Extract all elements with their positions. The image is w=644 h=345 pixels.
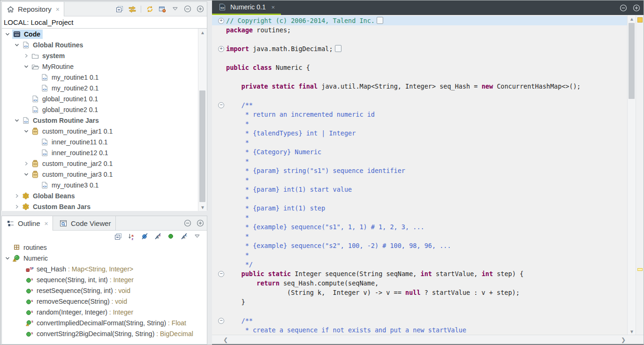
outline-item[interactable]: sconvertString2BigDecimal(String, String… — [2, 328, 207, 339]
fold-collapse-icon[interactable]: − — [218, 271, 224, 277]
code-line[interactable]: public class Numeric { — [212, 63, 628, 72]
hide-fields-icon[interactable] — [140, 232, 149, 240]
scroll-right-icon[interactable]: ❯ — [621, 335, 626, 344]
annotation-square-icon[interactable] — [637, 17, 643, 22]
fold-expand-icon[interactable]: + — [218, 18, 224, 24]
chevron-collapsed-icon[interactable] — [22, 53, 31, 58]
repo-tree-item[interactable]: custom_routine_jar2 0.1 — [2, 158, 207, 169]
code-line[interactable]: * — [212, 138, 628, 147]
hide-local-types-icon[interactable]: L — [180, 232, 188, 240]
minimize-icon[interactable] — [619, 4, 628, 12]
outline-item[interactable]: sresetSequence(String, int) : void — [2, 285, 207, 296]
editor-vscrollbar[interactable]: ▲ ▼ — [627, 15, 636, 335]
code-line[interactable]: +// Copyright (c) 2006-2014, Talend Inc. — [212, 16, 628, 25]
fold-collapse-icon[interactable]: − — [218, 102, 224, 108]
code-line[interactable] — [212, 91, 628, 100]
fold-expand-icon[interactable]: + — [218, 46, 224, 52]
repo-tree-item[interactable]: <>inner_routine11 0.1 — [2, 136, 207, 147]
code-area[interactable]: +// Copyright (c) 2006-2014, Talend Inc.… — [212, 15, 628, 335]
hide-static-members-icon[interactable]: s — [153, 232, 162, 240]
hide-non-public-icon[interactable] — [167, 232, 175, 240]
chevron-expanded-icon[interactable] — [22, 129, 31, 134]
chevron-expanded-icon[interactable] — [3, 256, 12, 261]
code-line[interactable]: (String k, Integer v) -> v == null ? sta… — [212, 288, 628, 297]
code-line[interactable]: +import java.math.BigDecimal; — [212, 44, 628, 53]
collapsed-code-icon[interactable] — [377, 17, 383, 24]
code-line[interactable]: * — [212, 213, 628, 222]
outline-item[interactable]: Numeric — [2, 253, 207, 263]
code-line[interactable]: * — [212, 119, 628, 128]
chevron-collapsed-icon[interactable] — [12, 204, 22, 209]
code-line[interactable]: * — [212, 250, 628, 260]
code-line[interactable]: − /** — [212, 100, 628, 110]
code-line[interactable] — [212, 307, 628, 316]
close-icon[interactable]: × — [45, 220, 48, 227]
view-menu-icon[interactable] — [171, 5, 179, 13]
code-line[interactable]: return seq_Hash.compute(seqName, — [212, 278, 628, 288]
minimize-icon[interactable] — [183, 5, 192, 13]
fold-collapse-icon[interactable]: − — [218, 318, 224, 324]
outline-item[interactable]: srandom(Integer, Integer) : Integer — [2, 307, 207, 317]
outline-item[interactable]: sconvertImpliedDecimalFormat(String, Str… — [2, 317, 207, 328]
chevron-expanded-icon[interactable] — [22, 64, 31, 69]
minimize-icon[interactable] — [183, 219, 192, 227]
collapse-all-icon[interactable] — [115, 5, 124, 13]
repo-tree-item[interactable]: Global Beans — [2, 190, 207, 201]
chevron-expanded-icon[interactable] — [3, 32, 12, 37]
outline-item[interactable]: sremoveSequence(String) : void — [2, 296, 207, 307]
repo-tree-item[interactable]: <>global_routine1 0.1 — [2, 93, 207, 104]
repo-tree-item[interactable]: <>inner_routine12 0.1 — [2, 147, 207, 158]
repo-tree-item[interactable]: custom_routine_jar3 0.1 — [2, 169, 207, 180]
outline-item[interactable]: routines — [2, 242, 207, 253]
repo-tree-item[interactable]: system — [2, 50, 207, 61]
collapse-all-icon[interactable] — [114, 232, 122, 240]
code-line[interactable] — [212, 53, 628, 63]
maximize-icon[interactable] — [196, 5, 205, 13]
scroll-up-icon[interactable]: ▲ — [198, 29, 207, 36]
repo-tree-item[interactable]: <>global_routine2 0.1 — [2, 104, 207, 115]
code-line[interactable]: * — [212, 157, 628, 166]
editor-hscrollbar[interactable]: ❮ ❯ — [212, 335, 644, 344]
code-line[interactable]: package routines; — [212, 25, 628, 35]
code-line[interactable]: * — [212, 194, 628, 203]
refresh-icon[interactable] — [145, 5, 154, 13]
repository-scrollbar[interactable]: ▲ ▼ — [198, 29, 207, 211]
code-line[interactable]: */ — [212, 260, 628, 269]
code-line[interactable]: − public static Integer sequence(String … — [212, 269, 628, 278]
collapsed-code-icon[interactable] — [335, 45, 341, 52]
filter-table-icon[interactable] — [158, 5, 167, 13]
tab-outline[interactable]: Outline × — [2, 216, 53, 231]
tab-code-viewer[interactable]: Code Viewer — [55, 216, 116, 230]
code-line[interactable]: * {talendTypes} int | Integer — [212, 128, 628, 138]
repo-tree-item[interactable]: Custom Bean Jars — [2, 201, 207, 211]
chevron-expanded-icon[interactable] — [22, 172, 31, 177]
view-menu-icon[interactable] — [193, 232, 201, 240]
code-line[interactable]: * {param} int(1) step — [212, 203, 628, 213]
occurrence-marker-icon[interactable] — [637, 268, 643, 271]
maximize-icon[interactable] — [632, 4, 641, 12]
scroll-down-icon[interactable]: ▼ — [198, 203, 207, 211]
outline-item[interactable]: ssequence(String, int, int) : Integer — [2, 274, 207, 285]
scrollbar-thumb[interactable] — [199, 90, 205, 202]
repo-tree-item[interactable]: <>Global Routines — [2, 39, 207, 50]
chevron-expanded-icon[interactable] — [12, 43, 22, 47]
sort-icon[interactable]: az — [127, 232, 136, 240]
code-line[interactable]: * {param} int(1) start value — [212, 185, 628, 194]
maximize-icon[interactable] — [196, 219, 205, 227]
scroll-down-icon[interactable]: ▼ — [628, 328, 636, 335]
code-line[interactable]: * {example} sequence("s2", 100, -2) # 10… — [212, 241, 628, 250]
tab-numeric-editor[interactable]: <> Numeric 0.1 × — [212, 0, 281, 15]
code-line[interactable]: * {param} string("s1") sequence identifi… — [212, 166, 628, 175]
close-icon[interactable]: × — [271, 4, 275, 11]
code-line[interactable]: * — [212, 232, 628, 241]
tab-repository[interactable]: Repository × — [2, 2, 64, 16]
repo-tree-item[interactable]: <>Custom Routine Jars — [2, 115, 207, 126]
overview-ruler[interactable] — [636, 15, 644, 335]
swap-arrows-icon[interactable] — [128, 5, 136, 13]
repo-tree-item[interactable]: MyRoutine — [2, 61, 207, 72]
code-line[interactable]: * {example} sequence("s1", 1, 1) # 1, 2,… — [212, 222, 628, 232]
code-line[interactable]: private static final java.util.Map<Strin… — [212, 82, 628, 91]
code-line[interactable]: − /** — [212, 316, 628, 325]
code-line[interactable]: * return an incremented numeric id — [212, 110, 628, 119]
code-line[interactable]: * create a sequence if not exists and pu… — [212, 325, 628, 335]
